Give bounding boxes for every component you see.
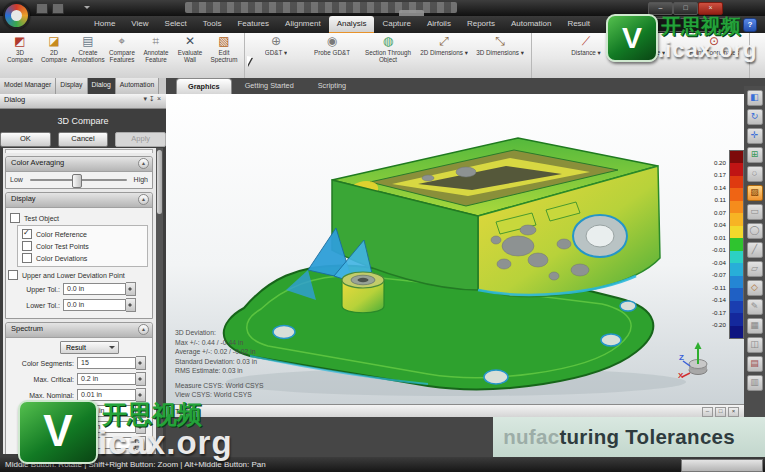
select-line-icon[interactable]: ╱ (747, 242, 763, 258)
maximize-table-icon[interactable]: □ (715, 407, 726, 417)
close-panel-icon[interactable]: × (157, 95, 163, 102)
option-color-reference[interactable]: Color Reference (22, 229, 143, 239)
deviation-stats-readout: 3D Deviation:Max +/-: 0.44 / -0.44 inAve… (175, 328, 264, 400)
field-input[interactable]: 0.0 in (63, 283, 126, 295)
spinner-icon[interactable] (136, 372, 146, 386)
ribbon-button-evaluate-wall-thickness[interactable]: ✕Evaluate Wall Thickness (173, 34, 207, 64)
collapse-icon[interactable]: ▴ (138, 194, 149, 205)
spinner-icon[interactable] (126, 298, 136, 312)
select-lasso-icon[interactable]: ▱ (747, 261, 763, 277)
select-flood-icon[interactable]: ▦ (747, 318, 763, 334)
panel-tab-automation[interactable]: Automation (116, 78, 159, 94)
panel-tab-display[interactable]: Display (56, 78, 87, 94)
test-object-checkbox-row[interactable]: Test Object (10, 213, 148, 223)
scale-tick-label: 0.17 (714, 171, 726, 178)
viewport-tab-scripting[interactable]: Scripting (307, 78, 357, 94)
scrollbar-thumb[interactable] (157, 150, 162, 214)
spinner-icon[interactable] (126, 282, 136, 296)
spectrum-icon[interactable]: ▨ (747, 185, 763, 201)
application-window: – □ × HomeViewSelectToolsFeaturesAlignme… (0, 0, 765, 472)
view-cube-icon[interactable]: ◧ (747, 90, 763, 106)
panel-tab-dialog[interactable]: Dialog (88, 78, 116, 94)
ribbon-button-gd-t[interactable]: ⊕GD&T ▾ (248, 34, 304, 56)
rotate-view-icon[interactable]: ↻ (747, 109, 763, 125)
zoom-fit-icon[interactable]: ⊞ (747, 147, 763, 163)
checkbox-icon[interactable] (8, 270, 18, 280)
ribbon-button-compare-features[interactable]: ⌖Compare Features (105, 34, 139, 63)
field-lower-tol: Lower Tol.:0.0 in (10, 298, 148, 312)
magnify-icon[interactable]: ◌ (747, 166, 763, 182)
ribbon-button-2d-compare[interactable]: ◪2D Compare (37, 34, 71, 63)
spectrum-mode-select[interactable]: Result (60, 341, 119, 354)
menu-tab-capture[interactable]: Capture (374, 16, 418, 33)
menu-tab-select[interactable]: Select (157, 16, 195, 33)
scale-segment (730, 288, 743, 300)
checkbox-icon[interactable] (10, 213, 20, 223)
field-input[interactable]: 0.2 in (77, 373, 136, 385)
field-input[interactable]: 0.0 in (63, 299, 126, 311)
apply-button[interactable]: Apply (115, 132, 166, 147)
menu-tab-view[interactable]: View (123, 16, 156, 33)
select-custom-region-icon[interactable]: ◫ (747, 337, 763, 353)
averaging-slider[interactable] (30, 179, 127, 181)
watermark-logo: V (606, 14, 658, 62)
field-input[interactable]: 15 (77, 357, 136, 369)
viewport-tab-graphics[interactable]: Graphics (176, 78, 232, 94)
pan-view-icon[interactable]: ✛ (747, 128, 763, 144)
ribbon-button-3d-dimensions[interactable]: ⤡3D Dimensions ▾ (472, 34, 528, 56)
option-color-deviations[interactable]: Color Deviations (22, 253, 143, 263)
quick-access-save-icon[interactable] (36, 3, 48, 14)
close-table-icon[interactable]: × (728, 407, 739, 417)
menu-tab-result[interactable]: Result (559, 16, 598, 33)
select-ellipse-icon[interactable]: ◯ (747, 223, 763, 239)
app-logo[interactable] (3, 2, 30, 29)
option-color-test-points[interactable]: Color Test Points (22, 241, 143, 251)
graphics-viewport[interactable]: 3D Deviation:Max +/-: 0.44 / -0.44 inAve… (166, 94, 745, 404)
ribbon-button-annotate-feature[interactable]: ⌗Annotate Feature (139, 34, 173, 63)
dialog-panel-title: Dialog (4, 95, 25, 104)
dialog-title: 3D Compare (0, 116, 166, 126)
pin-icon[interactable]: ↧ (149, 95, 157, 102)
scale-segment (730, 176, 743, 188)
ribbon-button-section-through-object[interactable]: ◍Section Through Object (360, 34, 416, 63)
slider-thumb[interactable] (72, 174, 82, 188)
scale-tick-label: -0.04 (712, 259, 726, 266)
clear-selection-icon[interactable]: ▥ (747, 375, 763, 391)
ok-button[interactable]: OK (0, 132, 51, 147)
ribbon-button-edit-spectrum[interactable]: ▧Edit Spectrum (207, 34, 241, 63)
menu-tab-automation[interactable]: Automation (503, 16, 559, 33)
collapse-icon[interactable]: ▴ (138, 324, 149, 335)
select-rectangle-icon[interactable]: ▭ (747, 204, 763, 220)
minimize-table-icon[interactable]: – (702, 407, 713, 417)
menu-tab-analysis[interactable]: Analysis (329, 16, 375, 33)
select-polygon-icon[interactable]: ◇ (747, 280, 763, 296)
upper-lower-checkbox-row[interactable]: Upper and Lower Deviation Point (8, 270, 148, 280)
menu-tab-tools[interactable]: Tools (195, 16, 230, 33)
checkbox-icon[interactable] (22, 241, 32, 251)
menu-tab-features[interactable]: Features (229, 16, 277, 33)
display-header[interactable]: Display ▴ (6, 193, 152, 208)
menu-tab-alignment[interactable]: Alignment (277, 16, 329, 33)
quick-access-undo-icon[interactable] (52, 3, 64, 14)
ribbon-button-2d-dimensions[interactable]: ⤢2D Dimensions ▾ (416, 34, 472, 56)
spinner-icon[interactable] (136, 356, 146, 370)
menu-tab-home[interactable]: Home (86, 16, 123, 33)
ribbon-button-create-annotations[interactable]: ▤Create Annotations (71, 34, 105, 63)
menu-tab-reports[interactable]: Reports (459, 16, 503, 33)
spectrum-header[interactable]: Spectrum ▴ (6, 323, 152, 338)
cancel-button[interactable]: Cancel (58, 132, 109, 147)
lock-selection-icon[interactable]: ▤ (747, 356, 763, 372)
select-paintbrush-icon[interactable]: ✎ (747, 299, 763, 315)
menu-tab-airfoils[interactable]: Airfoils (419, 16, 459, 33)
viewport-tab-getting-started[interactable]: Getting Started (234, 78, 305, 94)
ribbon-button-3d-compare[interactable]: ◩3D Compare (3, 34, 37, 63)
gdt-icon: ⊕ (271, 35, 281, 48)
quick-access-dropdown-icon[interactable] (84, 6, 90, 12)
collapse-icon[interactable]: ▴ (138, 158, 149, 169)
checkbox-icon[interactable] (22, 229, 32, 239)
probe-gdt-icon: ◉ (327, 35, 337, 48)
checkbox-icon[interactable] (22, 253, 32, 263)
panel-tab-model-manager[interactable]: Model Manager (0, 78, 56, 94)
color-averaging-header[interactable]: Color Averaging ▴ (6, 157, 152, 172)
ribbon-button-probe-gd-t[interactable]: ◉Probe GD&T (304, 34, 360, 56)
